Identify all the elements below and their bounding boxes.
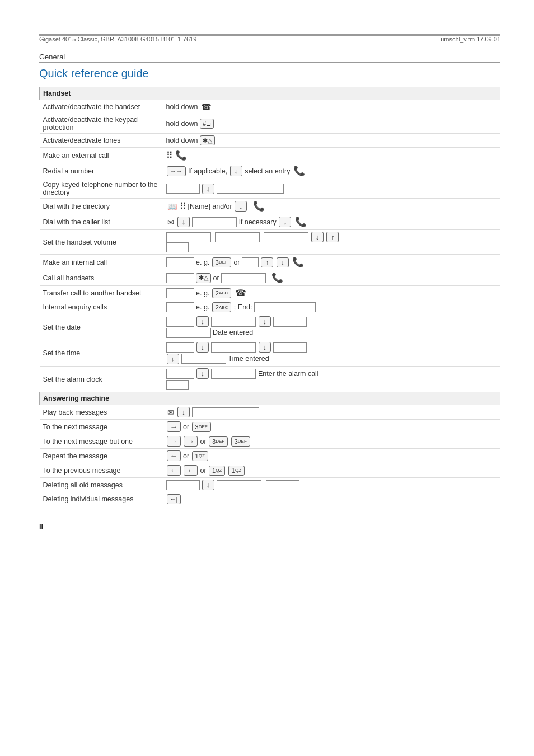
scroll-down-btn2: ↓ (279, 217, 291, 227)
instruction-cell: ↓ (163, 179, 500, 199)
arrow-right-btn3: → (167, 436, 181, 447)
call-icon: 📞 (253, 200, 265, 212)
arrow-left-btn2: ← (167, 465, 181, 476)
action-cell: Set the time (40, 340, 163, 367)
blank-box-15 (166, 317, 194, 327)
action-cell: To the previous message (40, 463, 163, 478)
name-text: [Name] and/or (188, 203, 234, 210)
scroll-down-btn: ↓ (230, 166, 242, 176)
action-cell: To the next message (40, 420, 163, 434)
page-footer: II (39, 523, 500, 531)
instruction-cell: e. g. 3DEF or ↑ ↓ 📞 (163, 255, 500, 270)
handset-icon: ☎ (235, 288, 246, 298)
table-row: To the next message but one → → or 3DEF … (40, 434, 500, 449)
table-row: To the next message → or 3DEF (40, 420, 500, 434)
scroll-down-btn: ↓ (311, 232, 324, 242)
phone-icon: ☎ (201, 102, 212, 112)
action-cell: Deleting all old messages (40, 478, 163, 492)
instruction-cell: ← or 1QZ (163, 449, 500, 463)
num1-key3: 1QZ (228, 466, 245, 476)
side-mark-right-top (506, 101, 512, 101)
side-mark-right-bottom (506, 655, 512, 655)
arrow-left-btn3: ← (184, 465, 198, 476)
instruction-cell: ← ← or 1QZ 1QZ (163, 463, 500, 478)
arrow-right-btn2: → (167, 421, 181, 432)
table-row: Transfer call to another handset e. g. 2… (40, 286, 500, 300)
scroll-up-btn: ↑ (326, 232, 339, 242)
page-title: Quick reference guide (39, 67, 500, 80)
table-row: Set the handset volume ↓ ↑ (40, 230, 500, 255)
num1-key2: 1QZ (209, 466, 225, 476)
instruction-cell: e. g. 2ABC ☎ (163, 286, 500, 300)
scroll-down-btn: ↓ (202, 184, 214, 194)
action-cell: Make an external call (40, 148, 163, 163)
or-text5: or (183, 452, 191, 460)
call-icon: 📞 (175, 149, 187, 161)
table-row: Set the date ↓ ↓ Date entered (40, 314, 500, 340)
instruction-cell: hold down #⊐ (163, 114, 500, 134)
if-necessary-text: if necessary (239, 218, 278, 226)
blank-box-7 (166, 242, 189, 252)
action-cell: Activate/deactivate the keypad protectio… (40, 114, 163, 134)
call-icon: 📞 (271, 272, 283, 284)
table-row: Deleting individual messages ←| (40, 492, 500, 506)
action-cell: Redial a number (40, 163, 163, 179)
answering-machine-section-label: Answering machine (40, 392, 500, 405)
arrow-right-btn4: → (184, 436, 198, 447)
num1-key: 1QZ (192, 451, 208, 461)
handset-section-label: Handset (40, 87, 500, 100)
blank-box-8 (166, 257, 194, 267)
action-cell: Dial with the caller list (40, 214, 163, 230)
blank-box-23 (166, 369, 194, 379)
action-cell: Play back messages (40, 405, 163, 420)
instruction-cell: ↓ ↓ ↓ Time entered (163, 340, 500, 367)
hash-key-icon: #⊐ (200, 119, 214, 129)
blank-box-18 (166, 328, 211, 338)
scroll-down-btn3: ↓ (196, 316, 209, 327)
meta-left: Gigaset 4015 Classic, GBR, A31008-G4015-… (39, 36, 196, 43)
blank-box-13 (166, 302, 194, 312)
instruction-cell: e. g. 2ABC ; End: (163, 300, 500, 314)
table-row: Activate/deactivate the keypad protectio… (40, 114, 500, 134)
table-row: Internal enquiry calls e. g. 2ABC ; End: (40, 300, 500, 314)
star-key-icon2: ✱△ (196, 273, 211, 283)
blank-box-4 (166, 232, 211, 242)
instruction-cell: ←| (163, 492, 500, 506)
instruction-cell: ✉ ↓ if necessary ↓ 📞 (163, 214, 500, 230)
reference-table: Handset Activate/deactivate the handset … (39, 87, 500, 506)
table-row: Repeat the message ← or 1QZ (40, 449, 500, 463)
blank-box-25 (166, 380, 189, 390)
action-cell: Activate/deactivate the handset (40, 100, 163, 114)
eg-text3: e. g. (196, 303, 212, 311)
instruction-cell: → → or 3DEF 3DEF (163, 434, 500, 449)
side-mark-left-top (22, 101, 28, 101)
hold-down-text: hold down (166, 120, 200, 128)
blank-box-26 (192, 407, 259, 417)
page: Gigaset 4015 Classic, GBR, A31008-G4015-… (0, 0, 534, 756)
blank-box-21 (273, 342, 307, 353)
scroll-down-btn5: ↓ (196, 342, 209, 353)
nav-down-btn2: ↓ (277, 257, 289, 267)
scroll-down-btn7: ↓ (167, 354, 179, 364)
scroll-down-btn: ↓ (235, 201, 247, 212)
blank-box-3 (192, 217, 237, 227)
scroll-down-btn: ↓ (177, 217, 190, 227)
scroll-down-btn6: ↓ (259, 342, 271, 353)
blank-box-5 (215, 232, 260, 242)
instruction-cell: ↓ Enter the alarm call (163, 367, 500, 392)
blank-box-16 (211, 317, 256, 327)
instruction-cell: →→ If applicable, ↓ select an entry 📞 (163, 163, 500, 179)
action-cell: Make an internal call (40, 255, 163, 270)
instruction-cell: ⠿ 📞 (163, 148, 500, 163)
blank-box-14 (254, 302, 316, 312)
hold-down-text: hold down (166, 137, 200, 144)
instruction-cell: 📖 ⠿ [Name] and/or ↓ 📞 (163, 199, 500, 214)
answering-machine-section-header: Answering machine (40, 392, 500, 405)
blank-box-1 (166, 184, 200, 194)
or-text2: or (213, 274, 221, 282)
table-row: Activate/deactivate tones hold down ✱△ (40, 134, 500, 148)
table-row: Dial with the caller list ✉ ↓ if necessa… (40, 214, 500, 230)
blank-box-20 (211, 342, 256, 353)
table-row: Activate/deactivate the handset hold dow… (40, 100, 500, 114)
hold-down-text: hold down (166, 103, 200, 111)
